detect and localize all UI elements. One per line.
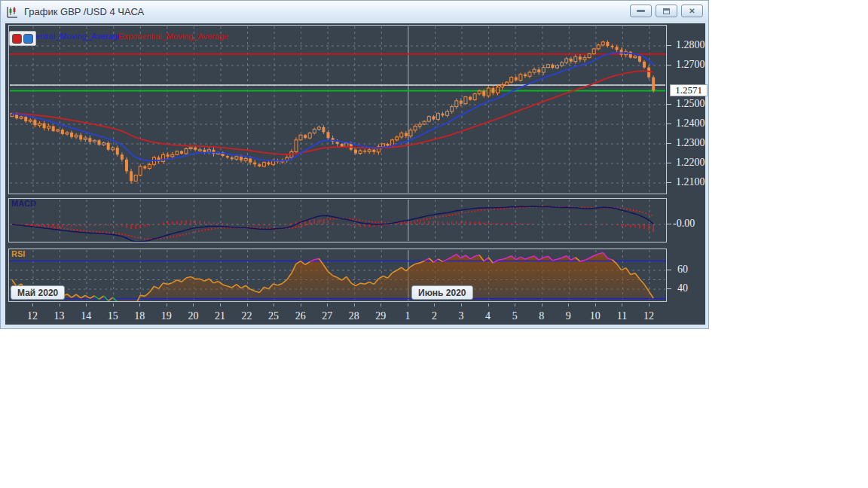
date-axis-label: 22 [242,310,252,322]
date-axis-tick [542,303,542,307]
date-axis-tick [461,303,462,307]
ema-fast-swatch-icon [23,34,33,44]
price-axis-tick [667,163,671,163]
rsi-60-axis-label: 60 [677,264,688,276]
date-axis-tick [595,303,596,307]
price-chart-panel[interactable] [8,25,667,194]
price-axis-tick [667,224,671,224]
date-axis-tick [488,303,489,307]
date-axis-label: 15 [108,310,118,322]
date-axis-label: 27 [322,310,332,322]
ema-slow-legend-label: Exponential_Moving_Average [118,32,228,41]
price-axis-label: 1.2700 [676,59,705,71]
date-axis-tick [408,303,408,307]
chart-window: График GBP /USD 4 ЧАСА ✕ ential_Moving_A… [0,0,709,329]
date-axis-label: 3 [459,310,464,322]
month-flag-june: Июнь 2020 [411,285,473,300]
price-axis-label: 1.2100 [676,176,705,188]
date-axis-label: 25 [268,310,279,322]
rsi-label: RSI [11,249,25,258]
date-axis-label: 4 [485,310,491,322]
date-axis-tick [622,303,622,307]
maximize-button[interactable] [656,5,677,17]
date-axis-tick [515,303,515,307]
price-axis-label: 1.2500 [676,98,705,110]
date-axis-label: 21 [215,310,225,322]
date-axis-label: 12 [27,310,38,322]
date-axis-tick [32,303,33,307]
ema-fast-legend-label: ential_Moving_Average [35,32,122,41]
current-price-tag: 1.2571 [670,84,708,96]
date-axis-tick [86,303,87,307]
minimize-button[interactable] [630,5,652,17]
date-axis-label: 1 [405,310,410,322]
date-axis-label: 2 [432,310,437,322]
date-axis-tick [568,303,569,307]
date-axis-label: 5 [512,310,518,322]
date-axis-label: 12 [643,310,654,322]
price-axis-tick [667,104,671,105]
date-axis-tick [193,303,194,307]
date-axis-tick [649,303,649,307]
rsi-panel[interactable] [8,249,667,302]
date-axis-label: 10 [590,310,601,322]
price-axis-tick [667,65,671,66]
date-axis-tick [274,303,274,307]
date-axis-tick [247,303,248,307]
chart-client-area: ential_Moving_Average Exponential_Moving… [5,23,705,325]
date-axis-tick [113,303,114,307]
date-axis-tick [301,303,301,307]
minimize-icon [637,10,645,12]
close-button[interactable]: ✕ [681,5,703,17]
price-axis-label: 1.2300 [676,137,705,149]
macd-zero-axis-label: -0.00 [673,218,695,230]
candlestick-chart-icon [6,5,20,19]
date-axis-label: 11 [617,310,627,322]
date-axis-label: 20 [188,310,198,322]
macd-svg[interactable] [9,199,666,242]
price-axis-label: 1.2200 [676,157,705,169]
ema-slow-swatch-icon [12,34,22,44]
date-axis-label: 28 [349,310,359,322]
price-axis-tick [667,270,671,270]
date-axis-tick [139,303,140,307]
date-axis-label: 26 [295,310,306,322]
rsi-svg[interactable] [9,249,666,301]
date-axis-label: 14 [81,310,91,322]
date-axis-tick [327,303,328,307]
date-axis-tick [434,303,435,307]
macd-panel[interactable] [8,198,667,242]
rsi-40-axis-label: 40 [677,282,688,294]
month-flag-may: Май 2020 [11,285,65,300]
price-axis-tick [667,124,671,124]
window-title: График GBP /USD 4 ЧАСА [24,6,144,17]
indicator-legend-box[interactable] [9,31,36,46]
macd-label: MACD [11,199,36,208]
price-axis-tick [667,45,671,46]
title-bar[interactable]: График GBP /USD 4 ЧАСА ✕ [2,1,708,23]
price-axis-label: 1.2800 [676,39,705,51]
date-axis-label: 13 [54,310,65,322]
price-axis-tick [667,182,671,183]
date-axis-tick [220,303,221,307]
date-axis-label: 18 [134,310,145,322]
price-axis-tick [667,143,671,144]
date-axis-label: 19 [161,310,172,322]
date-axis-tick [354,303,355,307]
close-icon: ✕ [689,7,695,15]
date-axis-label: 9 [566,310,571,322]
price-axis-tick [667,288,671,289]
date-axis-tick [60,303,60,307]
price-chart-svg[interactable] [9,26,666,194]
price-axis-label: 1.2400 [676,117,705,130]
date-axis-label: 29 [375,310,386,322]
date-axis-tick [381,303,381,307]
date-axis-label: 8 [539,310,544,322]
maximize-icon [663,8,670,14]
date-axis-tick [167,303,167,307]
